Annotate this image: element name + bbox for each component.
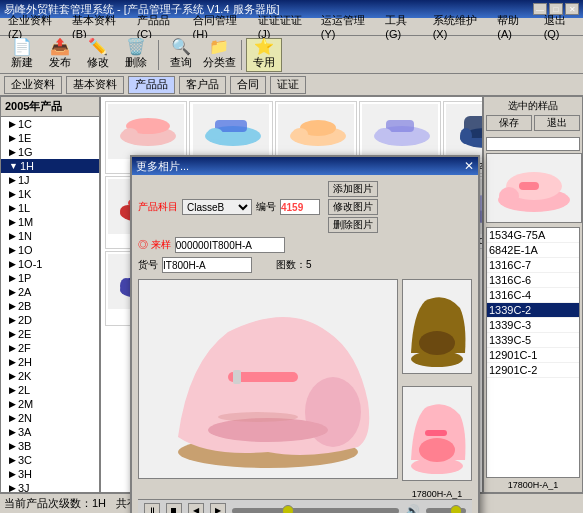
right-list-item-1316C6[interactable]: 1316C-6: [487, 273, 579, 288]
menu-help[interactable]: 帮助(A): [493, 12, 531, 41]
dialog-close-btn[interactable]: ✕: [464, 159, 474, 173]
toolbar-delete-btn[interactable]: 🗑️ 删除: [118, 38, 154, 72]
tree-item-2F[interactable]: ▶2F: [1, 341, 99, 355]
right-list-item-1339C3[interactable]: 1339C-3: [487, 318, 579, 333]
delete-photo-btn[interactable]: 删除图片: [328, 217, 378, 233]
tree-item-1H[interactable]: ▼1H: [1, 159, 99, 173]
menu-exit[interactable]: 退出(Q): [540, 12, 579, 41]
right-list-item-1339C5[interactable]: 1339C-5: [487, 333, 579, 348]
dialog-photos-area: 17800H-A_1: [138, 279, 472, 499]
toolbar-special-btn[interactable]: ⭐ 专用: [246, 38, 282, 72]
tree-expand-icon: ▶: [9, 399, 16, 409]
edit-icon: ✏️: [88, 39, 108, 55]
tree-item-3H[interactable]: ▶3H: [1, 467, 99, 481]
tree-item-2D[interactable]: ▶2D: [1, 313, 99, 327]
tree-item-2K[interactable]: ▶2K: [1, 369, 99, 383]
playback-progress[interactable]: [232, 508, 399, 514]
volume-bar[interactable]: [426, 508, 466, 514]
class-select[interactable]: ClasseB: [182, 199, 252, 215]
tree-item-2H[interactable]: ▶2H: [1, 355, 99, 369]
tree-item-1M[interactable]: ▶1M: [1, 215, 99, 229]
svg-rect-45: [233, 370, 241, 384]
toolbar-search-btn[interactable]: 🔍 查询: [163, 38, 199, 72]
sub-product-btn[interactable]: 产品品: [128, 76, 175, 94]
menu-system[interactable]: 系统维护(X): [429, 12, 486, 41]
publish-icon: 📤: [50, 39, 70, 55]
stop-btn[interactable]: ⏹: [166, 503, 182, 514]
color-input[interactable]: [175, 237, 285, 253]
menu-transport[interactable]: 运运管理(Y): [317, 12, 374, 41]
toolbar-publish-btn[interactable]: 📤 发布: [42, 38, 78, 72]
tree-item-1O1[interactable]: ▶1O-1: [1, 257, 99, 271]
right-list-item-1339C2[interactable]: 1339C-2: [487, 303, 579, 318]
modify-photo-btn[interactable]: 修改图片: [328, 199, 378, 215]
sub-customer-btn[interactable]: 客户品: [179, 76, 226, 94]
tree-expand-icon: ▶: [9, 483, 16, 493]
svg-point-14: [460, 128, 472, 144]
right-list-item-6842E[interactable]: 6842E-1A: [487, 243, 579, 258]
tree-item-1L[interactable]: ▶1L: [1, 201, 99, 215]
tree-item-2B[interactable]: ▶2B: [1, 299, 99, 313]
add-photo-btn[interactable]: 添加图片: [328, 181, 378, 197]
tree-item-1E[interactable]: ▶1E: [1, 131, 99, 145]
sub-cert-btn[interactable]: 证证: [270, 76, 306, 94]
right-list-item-1316C7[interactable]: 1316C-7: [487, 258, 579, 273]
tree-item-3A[interactable]: ▶3A: [1, 425, 99, 439]
sub-contract-btn[interactable]: 合同: [230, 76, 266, 94]
toolbar-new-btn[interactable]: 📄 新建: [4, 38, 40, 72]
tree-item-2L[interactable]: ▶2L: [1, 383, 99, 397]
tree-expand-icon: ▶: [9, 427, 16, 437]
tree-item-1C[interactable]: ▶1C: [1, 117, 99, 131]
tree-item-1P[interactable]: ▶1P: [1, 271, 99, 285]
tree-item-3J[interactable]: ▶3J: [1, 481, 99, 493]
toolbar-new-label: 新建: [11, 55, 33, 70]
tree-item-1O[interactable]: ▶1O: [1, 243, 99, 257]
num-label: 编号: [256, 200, 276, 214]
left-panel: 2005年产品 ▶1C ▶1E ▶1G ▼1H ▶1J ▶1K ▶1L ▶1M …: [0, 96, 100, 493]
special-icon: ⭐: [254, 39, 274, 55]
tree-item-1K[interactable]: ▶1K: [1, 187, 99, 201]
prev-btn[interactable]: ◀: [188, 503, 204, 514]
tree-item-2A[interactable]: ▶2A: [1, 285, 99, 299]
toolbar-delete-label: 删除: [125, 55, 147, 70]
tree-item-2E[interactable]: ▶2E: [1, 327, 99, 341]
product-img-16900H: [278, 104, 354, 159]
item-label: 货号: [138, 258, 158, 272]
class-label: 产品科目: [138, 200, 178, 214]
tree-item-2N[interactable]: ▶2N: [1, 411, 99, 425]
number-input[interactable]: [280, 199, 320, 215]
tree-item-1G[interactable]: ▶1G: [1, 145, 99, 159]
toolbar-category-label: 分类查: [203, 55, 236, 70]
tree-expand-icon: ▶: [9, 133, 16, 143]
right-search-input[interactable]: [486, 137, 580, 151]
right-list-item-1534G[interactable]: 1534G-75A: [487, 228, 579, 243]
save-button[interactable]: 保存: [486, 115, 532, 131]
toolbar: 📄 新建 📤 发布 ✏️ 修改 🗑️ 删除 🔍 查询 📁 分类查 ⭐ 专用: [0, 36, 583, 74]
tree-expand-icon: ▼: [9, 161, 18, 171]
tree-item-3B[interactable]: ▶3B: [1, 439, 99, 453]
right-thumbnail: [486, 153, 582, 223]
svg-point-39: [499, 187, 519, 205]
sub-basic-btn[interactable]: 基本资料: [66, 76, 124, 94]
product-img-17260H: [446, 104, 483, 159]
item-input[interactable]: [162, 257, 252, 273]
right-list-item-12901C2[interactable]: 12901C-2: [487, 363, 579, 378]
cancel-button[interactable]: 退出: [534, 115, 580, 131]
tree-item-1N[interactable]: ▶1N: [1, 229, 99, 243]
menu-tools[interactable]: 工具(G): [381, 12, 420, 41]
dialog-body: 产品科目 ClasseB 编号 添加图片 修改图片 删除图片 ◎ 来样 货号: [132, 175, 478, 513]
toolbar-category-btn[interactable]: 📁 分类查: [201, 38, 237, 72]
right-bottom-label: 17800H-A_1: [486, 480, 580, 490]
right-list-item-1316C4[interactable]: 1316C-4: [487, 288, 579, 303]
right-list-item-12901C1[interactable]: 12901C-1: [487, 348, 579, 363]
tree-item-2M[interactable]: ▶2M: [1, 397, 99, 411]
dialog-title-text: 更多相片...: [136, 159, 189, 174]
toolbar-edit-btn[interactable]: ✏️ 修改: [80, 38, 116, 72]
sub-enterprise-btn[interactable]: 企业资料: [4, 76, 62, 94]
next-btn[interactable]: ▶: [210, 503, 226, 514]
pause-btn[interactable]: ⏸: [144, 503, 160, 514]
tree-item-3C[interactable]: ▶3C: [1, 453, 99, 467]
tree-expand-icon: ▶: [9, 329, 16, 339]
tree-item-1J[interactable]: ▶1J: [1, 173, 99, 187]
tree-expand-icon: ▶: [9, 175, 16, 185]
